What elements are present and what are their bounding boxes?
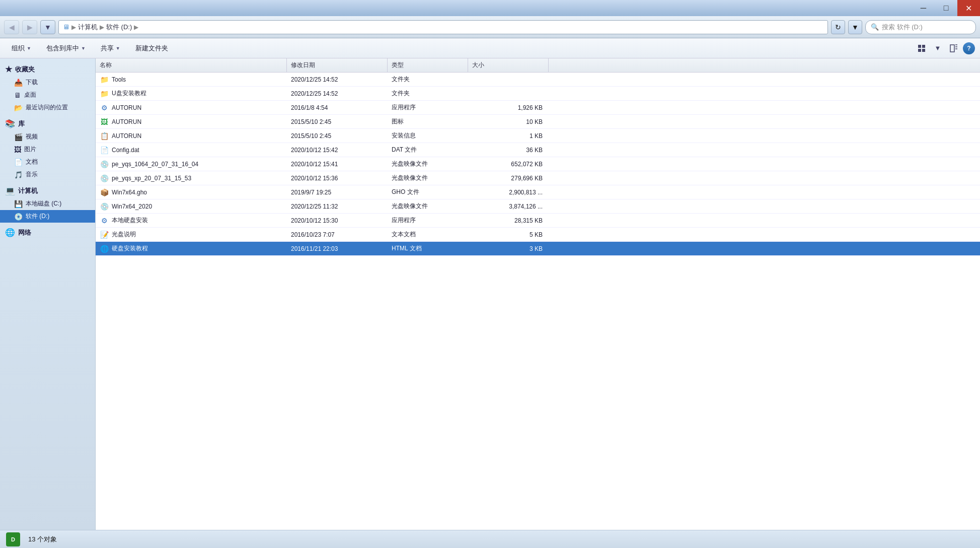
recent-locations-button[interactable]: ▼ [40, 20, 55, 34]
forward-button[interactable]: ▶ [22, 20, 37, 34]
column-header-date[interactable]: 修改日期 [287, 58, 388, 72]
file-name-cell: 🌐 硬盘安装教程 [96, 244, 287, 253]
file-name-cell: 📋 AUTORUN [96, 132, 287, 140]
main-layout: ★ 收藏夹 📥 下载 🖥 桌面 📂 最近访问的位置 📚 库 [0, 58, 980, 530]
share-button[interactable]: 共享 ▼ [94, 41, 127, 56]
sidebar-item-recent[interactable]: 📂 最近访问的位置 [0, 101, 95, 114]
file-row[interactable]: ⚙ 本地硬盘安装 2020/10/12 15:30 应用程序 28,315 KB [96, 214, 980, 228]
sidebar-header-favorites[interactable]: ★ 收藏夹 [0, 62, 95, 76]
refresh-button[interactable]: ↻ [831, 20, 845, 34]
sidebar-item-downloads[interactable]: 📥 下载 [0, 76, 95, 89]
column-header-size[interactable]: 大小 [468, 58, 549, 72]
sidebar-item-d-drive[interactable]: 💿 软件 (D:) [0, 210, 95, 223]
column-header-name[interactable]: 名称 [96, 58, 287, 72]
organize-button[interactable]: 组织 ▼ [5, 41, 38, 56]
file-icon: ⚙ [100, 217, 109, 225]
sidebar-item-c-drive[interactable]: 💾 本地磁盘 (C:) [0, 197, 95, 210]
file-row[interactable]: 📦 Win7x64.gho 2019/9/7 19:25 GHO 文件 2,90… [96, 185, 980, 199]
file-row[interactable]: 📝 光盘说明 2016/10/23 7:07 文本文档 5 KB [96, 228, 980, 242]
organize-label: 组织 [12, 44, 25, 53]
file-name-cell: 💿 pe_yqs_1064_20_07_31_16_04 [96, 160, 287, 168]
home-icon: 🖥 [63, 23, 69, 31]
file-icon: 📝 [100, 231, 109, 239]
sidebar-section-computer: 💻 计算机 💾 本地磁盘 (C:) 💿 软件 (D:) [0, 184, 95, 223]
file-type-cell: 文本文档 [388, 230, 468, 239]
music-icon: 🎵 [14, 171, 23, 179]
file-type-cell: 光盘映像文件 [388, 174, 468, 182]
maximize-button[interactable]: □ [935, 0, 957, 16]
path-computer[interactable]: 计算机 [78, 23, 98, 32]
video-label: 视频 [26, 132, 38, 141]
desktop-label: 桌面 [24, 91, 36, 99]
file-name: AUTORUN [112, 132, 141, 140]
address-bar: ◀ ▶ ▼ 🖥 ▶ 计算机 ▶ 软件 (D:) ▶ ↻ ▼ 🔍 搜索 软件 (D… [0, 16, 980, 38]
new-folder-button[interactable]: 新建文件夹 [129, 41, 175, 56]
sidebar-item-documents[interactable]: 📄 文档 [0, 156, 95, 168]
library-label: 库 [18, 119, 25, 128]
sidebar-item-pictures[interactable]: 🖼 图片 [0, 143, 95, 156]
share-arrow-icon: ▼ [116, 46, 120, 51]
sidebar-section-network: 🌐 网络 [0, 226, 95, 239]
file-date-cell: 2020/12/25 11:32 [287, 203, 388, 210]
star-icon: ★ [5, 64, 12, 74]
dropdown-button[interactable]: ▼ [848, 20, 862, 34]
sidebar-header-library[interactable]: 📚 库 [0, 117, 95, 130]
file-icon: ⚙ [100, 104, 109, 112]
sidebar-section-library: 📚 库 🎬 视频 🖼 图片 📄 文档 🎵 音乐 [0, 117, 95, 181]
svg-rect-4 [950, 45, 954, 52]
file-row[interactable]: 🖼 AUTORUN 2015/5/10 2:45 图标 10 KB [96, 115, 980, 129]
file-size-cell: 3,874,126 ... [468, 203, 549, 210]
file-icon: 🖼 [100, 118, 109, 126]
file-name-cell: ⚙ 本地硬盘安装 [96, 216, 287, 225]
file-icon: 📄 [100, 146, 109, 154]
view-list-arrow-icon[interactable]: ▼ [931, 41, 945, 55]
file-row[interactable]: 🌐 硬盘安装教程 2016/11/21 22:03 HTML 文档 3 KB [96, 242, 980, 256]
file-area: 名称 修改日期 类型 大小 📁 Tools 2020/12/25 14:52 文… [96, 58, 980, 530]
c-drive-label: 本地磁盘 (C:) [26, 199, 61, 208]
file-date-cell: 2015/5/10 2:45 [287, 118, 388, 125]
file-row[interactable]: 📁 U盘安装教程 2020/12/25 14:52 文件夹 [96, 87, 980, 101]
sidebar-header-network[interactable]: 🌐 网络 [0, 226, 95, 239]
file-size-cell: 279,696 KB [468, 175, 549, 182]
file-date-cell: 2020/12/25 14:52 [287, 90, 388, 97]
file-size-cell: 652,072 KB [468, 161, 549, 168]
file-size-cell: 10 KB [468, 118, 549, 125]
address-path: 🖥 ▶ 计算机 ▶ 软件 (D:) ▶ [58, 20, 828, 34]
file-icon: 📋 [100, 132, 109, 140]
file-type-cell: 应用程序 [388, 216, 468, 225]
file-row[interactable]: 💿 pe_yqs_1064_20_07_31_16_04 2020/10/12 … [96, 157, 980, 171]
preview-button[interactable] [947, 41, 961, 55]
column-header-type[interactable]: 类型 [388, 58, 468, 72]
file-list: 📁 Tools 2020/12/25 14:52 文件夹 📁 U盘安装教程 20… [96, 73, 980, 530]
file-row[interactable]: 📁 Tools 2020/12/25 14:52 文件夹 [96, 73, 980, 87]
file-name-cell: 💿 Win7x64_2020 [96, 202, 287, 211]
file-size-cell: 5 KB [468, 231, 549, 238]
file-row[interactable]: 💿 pe_yqs_xp_20_07_31_15_53 2020/10/12 15… [96, 171, 980, 185]
pictures-icon: 🖼 [14, 146, 21, 154]
status-count: 13 个对象 [28, 535, 57, 544]
help-button[interactable]: ? [963, 42, 975, 54]
file-row[interactable]: 💿 Win7x64_2020 2020/12/25 11:32 光盘映像文件 3… [96, 199, 980, 214]
svg-text:D: D [11, 536, 15, 542]
back-button[interactable]: ◀ [4, 20, 19, 34]
sidebar-item-video[interactable]: 🎬 视频 [0, 130, 95, 143]
include-library-button[interactable]: 包含到库中 ▼ [40, 41, 92, 56]
file-row[interactable]: 📄 Config.dat 2020/10/12 15:42 DAT 文件 36 … [96, 143, 980, 157]
file-row[interactable]: ⚙ AUTORUN 2016/1/8 4:54 应用程序 1,926 KB [96, 101, 980, 115]
search-box[interactable]: 🔍 搜索 软件 (D:) [865, 20, 976, 34]
file-name: 硬盘安装教程 [112, 244, 148, 253]
path-drive[interactable]: 软件 (D:) [106, 23, 132, 32]
file-size-cell: 1,926 KB [468, 104, 549, 111]
close-button[interactable]: ✕ [957, 0, 980, 16]
file-row[interactable]: 📋 AUTORUN 2015/5/10 2:45 安装信息 1 KB [96, 129, 980, 143]
minimize-button[interactable]: ─ [912, 0, 935, 16]
view-toggle-button[interactable] [915, 41, 929, 55]
d-drive-icon: 💿 [14, 213, 23, 221]
sidebar-item-music[interactable]: 🎵 音乐 [0, 168, 95, 181]
file-date-cell: 2019/9/7 19:25 [287, 189, 388, 196]
file-icon: 📁 [100, 76, 109, 84]
sidebar-item-desktop[interactable]: 🖥 桌面 [0, 89, 95, 101]
file-date-cell: 2020/12/25 14:52 [287, 76, 388, 83]
search-placeholder: 搜索 软件 (D:) [882, 23, 923, 32]
sidebar-header-computer[interactable]: 💻 计算机 [0, 184, 95, 197]
